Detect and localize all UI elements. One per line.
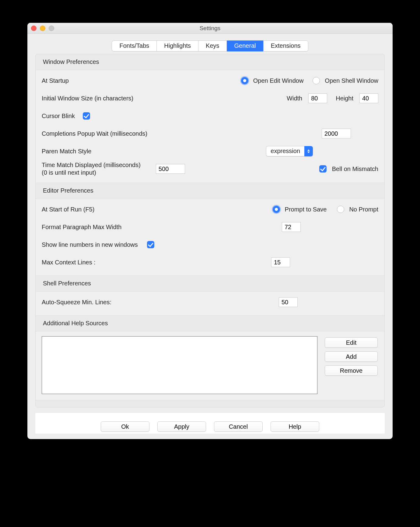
paren-match-value: expression [266, 146, 304, 156]
remove-button[interactable]: Remove [325, 365, 378, 376]
completions-input[interactable] [322, 129, 351, 138]
bell-mismatch-checkbox[interactable] [319, 165, 327, 173]
close-window-button[interactable] [31, 26, 37, 31]
radio-no-prompt[interactable] [337, 206, 344, 213]
tabs: Fonts/Tabs Highlights Keys General Exten… [112, 40, 308, 51]
dialog-button-row: Ok Apply Cancel Help [35, 413, 385, 434]
line-numbers-checkbox[interactable] [147, 241, 154, 248]
para-width-label: Format Paragraph Max Width [42, 224, 121, 231]
title-bar: Settings [27, 23, 393, 34]
time-match-input[interactable] [156, 164, 185, 174]
editor-prefs-title: Editor Preferences [36, 183, 384, 198]
tab-keys[interactable]: Keys [198, 40, 226, 51]
max-context-input[interactable] [271, 257, 290, 267]
general-panel: Window Preferences At Startup Open Edit … [35, 54, 385, 407]
edit-button[interactable]: Edit [325, 337, 378, 348]
window-prefs-body: At Startup Open Edit Window Open Shell W… [36, 70, 384, 183]
radio-open-edit-window[interactable] [241, 77, 248, 84]
prompt-to-save-label: Prompt to Save [285, 206, 327, 213]
editor-prefs-body: At Start of Run (F5) Prompt to Save No P… [36, 198, 384, 276]
tab-bar: Fonts/Tabs Highlights Keys General Exten… [27, 34, 393, 54]
help-sources-buttons: Edit Add Remove [317, 336, 378, 376]
open-edit-label: Open Edit Window [253, 77, 304, 84]
traffic-lights [31, 26, 54, 31]
open-shell-label: Open Shell Window [325, 77, 378, 84]
radio-open-shell-window[interactable] [313, 77, 320, 84]
time-match-label-line1: Time Match Displayed (milliseconds) [42, 162, 141, 168]
auto-squeeze-input[interactable] [279, 297, 298, 307]
height-input[interactable] [359, 93, 378, 103]
cursor-blink-checkbox[interactable] [83, 112, 90, 120]
cancel-button[interactable]: Cancel [214, 421, 263, 432]
completions-label: Completions Popup Wait (milliseconds) [42, 130, 147, 137]
help-sources-title: Additional Help Sources [36, 316, 384, 331]
cursor-blink-label: Cursor Blink [42, 113, 75, 120]
start-run-label: At Start of Run (F5) [42, 206, 94, 213]
initial-size-label: Initial Window Size (in characters) [42, 95, 133, 102]
paren-match-select[interactable]: expression [266, 146, 313, 156]
settings-window: Settings Fonts/Tabs Highlights Keys Gene… [27, 23, 393, 439]
bell-mismatch-label: Bell on Mismatch [332, 166, 378, 173]
apply-button[interactable]: Apply [157, 421, 206, 432]
minimize-window-button[interactable] [40, 26, 45, 31]
shell-prefs-body: Auto-Squeeze Min. Lines: [36, 291, 384, 316]
help-sources-body: Edit Add Remove [36, 331, 384, 400]
maximize-window-button [49, 26, 54, 31]
shell-prefs-title: Shell Preferences [36, 276, 384, 291]
tab-highlights[interactable]: Highlights [156, 40, 198, 51]
width-input[interactable] [308, 93, 327, 103]
help-button[interactable]: Help [271, 421, 319, 432]
tab-general[interactable]: General [227, 40, 263, 51]
time-match-label: Time Match Displayed (milliseconds) (0 i… [42, 161, 141, 176]
width-label: Width [287, 95, 302, 102]
paren-match-label: Paren Match Style [42, 148, 91, 155]
tab-extensions[interactable]: Extensions [263, 40, 308, 51]
max-context-label: Max Context Lines : [42, 259, 96, 266]
tab-fonts[interactable]: Fonts/Tabs [112, 40, 156, 51]
line-numbers-label: Show line numbers in new windows [42, 241, 138, 248]
auto-squeeze-label: Auto-Squeeze Min. Lines: [42, 299, 111, 306]
ok-button[interactable]: Ok [101, 421, 149, 432]
radio-prompt-to-save[interactable] [273, 206, 280, 213]
time-match-label-line2: (0 is until next input) [42, 169, 96, 176]
height-label: Height [336, 95, 353, 102]
updown-icon [304, 146, 313, 156]
no-prompt-label: No Prompt [349, 206, 378, 213]
window-prefs-title: Window Preferences [36, 54, 384, 70]
window-title: Settings [27, 25, 393, 32]
add-button[interactable]: Add [325, 351, 378, 362]
help-sources-list[interactable] [42, 336, 317, 394]
at-startup-label: At Startup [42, 77, 69, 84]
para-width-input[interactable] [282, 222, 301, 232]
